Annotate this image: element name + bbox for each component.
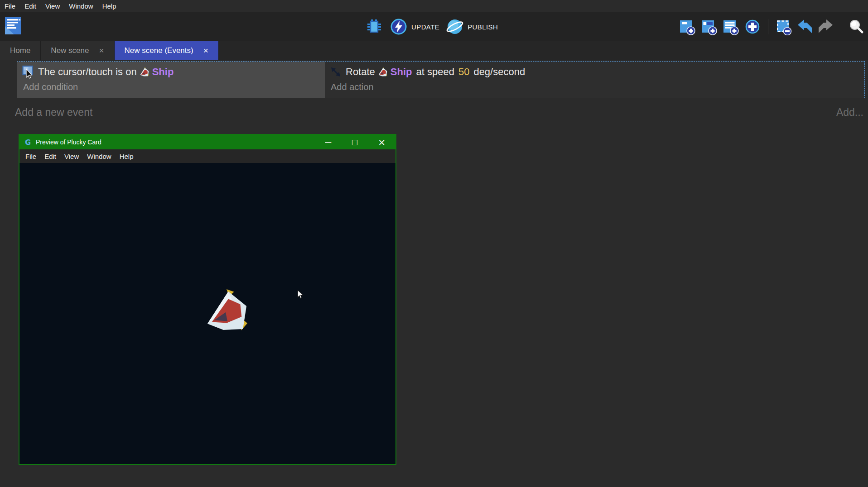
event-row[interactable]: The cursor/touch is on Ship Add conditio… bbox=[17, 61, 865, 98]
tab-new-scene-events[interactable]: New scene (Events) × bbox=[115, 41, 219, 60]
menu-view[interactable]: View bbox=[41, 2, 64, 10]
gdevelop-icon: G bbox=[25, 138, 36, 147]
update-label: UPDATE bbox=[411, 23, 439, 31]
minimize-icon[interactable]: — bbox=[325, 139, 332, 146]
add-new-icon[interactable] bbox=[744, 18, 761, 35]
add-condition-button[interactable]: Add condition bbox=[17, 82, 325, 98]
mouse-cursor-icon bbox=[297, 290, 304, 300]
publish-icon bbox=[446, 18, 464, 36]
publish-button[interactable]: PUBLISH bbox=[446, 18, 498, 36]
project-manager-icon[interactable] bbox=[4, 15, 23, 36]
add-button[interactable]: Add... bbox=[836, 106, 863, 119]
search-icon[interactable] bbox=[848, 19, 864, 35]
preview-window-title: Preview of Plucky Card bbox=[36, 138, 101, 146]
redo-icon[interactable] bbox=[818, 19, 834, 35]
ship-object-icon bbox=[378, 67, 387, 76]
tab-label: Home bbox=[10, 46, 30, 55]
preview-menu-view[interactable]: View bbox=[60, 153, 83, 160]
maximize-icon[interactable]: □ bbox=[352, 139, 358, 146]
edit-selection-icon[interactable] bbox=[775, 18, 792, 35]
conditions-column[interactable]: The cursor/touch is on Ship Add conditio… bbox=[17, 62, 325, 98]
preview-titlebar[interactable]: G Preview of Plucky Card — □ × bbox=[19, 135, 395, 149]
tab-new-scene[interactable]: New scene × bbox=[41, 41, 114, 60]
action-entry[interactable]: Rotate Ship at speed 50 deg/second bbox=[325, 62, 864, 82]
add-new-event-button[interactable]: Add a new event bbox=[15, 106, 92, 119]
preview-window: G Preview of Plucky Card — □ × File Edit… bbox=[19, 134, 396, 465]
toolbar-right-group bbox=[679, 12, 864, 41]
condition-object-name: Ship bbox=[152, 66, 174, 78]
menu-file[interactable]: File bbox=[0, 2, 20, 10]
events-sheet: The cursor/touch is on Ship Add conditio… bbox=[0, 60, 868, 119]
actions-column[interactable]: Rotate Ship at speed 50 deg/second Add a… bbox=[325, 62, 864, 98]
tab-bar: Home New scene × New scene (Events) × bbox=[0, 41, 868, 60]
tab-label: New scene (Events) bbox=[125, 46, 193, 55]
close-icon[interactable]: × bbox=[203, 46, 208, 55]
menu-edit[interactable]: Edit bbox=[20, 2, 41, 10]
toolbar: UPDATE PUBLISH bbox=[0, 12, 868, 41]
condition-text: The cursor/touch is on bbox=[38, 66, 137, 78]
gdevelop-app: File Edit View Window Help bbox=[0, 0, 868, 119]
debug-icon[interactable] bbox=[365, 18, 383, 36]
preview-menu-edit[interactable]: Edit bbox=[40, 153, 60, 160]
update-icon bbox=[390, 18, 408, 36]
toolbar-separator bbox=[841, 19, 841, 34]
cursor-on-object-icon bbox=[22, 65, 34, 79]
action-value: 50 bbox=[458, 66, 469, 78]
preview-menu-bar: File Edit View Window Help bbox=[19, 149, 395, 163]
add-external-events-icon[interactable] bbox=[700, 18, 718, 35]
publish-label: PUBLISH bbox=[468, 23, 498, 31]
tab-label: New scene bbox=[51, 46, 89, 55]
action-text: Rotate bbox=[346, 66, 375, 78]
menu-window[interactable]: Window bbox=[64, 2, 97, 10]
preview-menu-help[interactable]: Help bbox=[116, 153, 138, 160]
action-text: at speed bbox=[416, 66, 454, 78]
window-controls: — □ × bbox=[325, 138, 395, 147]
toolbar-separator bbox=[768, 19, 768, 34]
condition-entry[interactable]: The cursor/touch is on Ship bbox=[17, 62, 325, 82]
rotate-icon bbox=[330, 66, 342, 78]
close-icon[interactable]: × bbox=[99, 46, 104, 55]
preview-menu-file[interactable]: File bbox=[21, 153, 40, 160]
action-text: deg/second bbox=[473, 66, 525, 78]
menu-bar: File Edit View Window Help bbox=[0, 0, 868, 12]
close-icon[interactable]: × bbox=[378, 138, 386, 147]
ship-sprite bbox=[206, 289, 248, 331]
undo-icon[interactable] bbox=[797, 19, 813, 35]
add-scene-icon[interactable] bbox=[679, 18, 696, 35]
game-viewport[interactable] bbox=[19, 163, 395, 464]
toolbar-center-group: UPDATE PUBLISH bbox=[365, 12, 498, 41]
add-external-layout-icon[interactable] bbox=[722, 18, 739, 35]
add-action-button[interactable]: Add action bbox=[325, 82, 864, 98]
add-event-row: Add a new event Add... bbox=[0, 98, 868, 119]
update-button[interactable]: UPDATE bbox=[390, 18, 439, 36]
preview-menu-window[interactable]: Window bbox=[83, 153, 115, 160]
menu-help[interactable]: Help bbox=[98, 2, 121, 10]
tab-home[interactable]: Home bbox=[0, 41, 41, 60]
action-object-name: Ship bbox=[391, 66, 412, 78]
ship-object-icon bbox=[140, 67, 149, 76]
